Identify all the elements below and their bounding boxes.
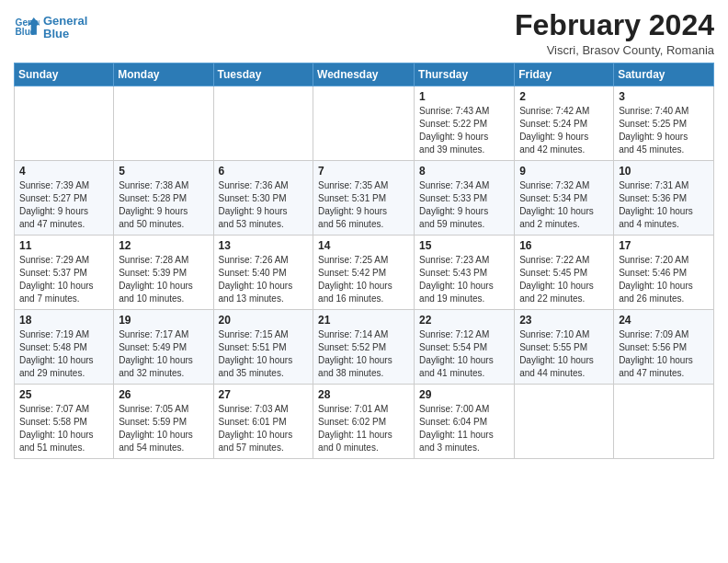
day-of-week-header: Monday	[114, 63, 213, 86]
day-info: Sunrise: 7:28 AM Sunset: 5:39 PM Dayligh…	[119, 254, 208, 305]
day-number: 20	[219, 314, 309, 327]
day-number: 2	[519, 90, 609, 103]
day-info: Sunrise: 7:25 AM Sunset: 5:42 PM Dayligh…	[318, 254, 409, 305]
day-info: Sunrise: 7:22 AM Sunset: 5:45 PM Dayligh…	[519, 254, 609, 305]
day-info: Sunrise: 7:14 AM Sunset: 5:52 PM Dayligh…	[318, 328, 409, 380]
day-number: 22	[419, 314, 509, 327]
day-number: 10	[619, 165, 709, 178]
day-number: 25	[19, 388, 108, 401]
day-info: Sunrise: 7:32 AM Sunset: 5:34 PM Dayligh…	[519, 179, 609, 231]
calendar-cell: 7Sunrise: 7:35 AM Sunset: 5:31 PM Daylig…	[313, 161, 415, 236]
calendar-cell	[114, 86, 213, 161]
calendar-cell: 9Sunrise: 7:32 AM Sunset: 5:34 PM Daylig…	[515, 161, 614, 236]
calendar-cell	[614, 385, 714, 459]
day-info: Sunrise: 7:34 AM Sunset: 5:33 PM Dayligh…	[419, 179, 509, 231]
day-of-week-header: Thursday	[415, 63, 515, 86]
day-number: 19	[119, 314, 208, 327]
day-info: Sunrise: 7:36 AM Sunset: 5:30 PM Dayligh…	[219, 179, 309, 231]
day-info: Sunrise: 7:07 AM Sunset: 5:58 PM Dayligh…	[19, 403, 108, 454]
day-info: Sunrise: 7:42 AM Sunset: 5:24 PM Dayligh…	[519, 105, 609, 156]
calendar-cell: 16Sunrise: 7:22 AM Sunset: 5:45 PM Dayli…	[515, 236, 614, 310]
title-section: February 2024 Viscri, Brasov County, Rom…	[515, 9, 714, 57]
day-number: 26	[119, 388, 208, 401]
calendar-cell: 5Sunrise: 7:38 AM Sunset: 5:28 PM Daylig…	[114, 161, 213, 236]
day-info: Sunrise: 7:35 AM Sunset: 5:31 PM Dayligh…	[318, 179, 409, 231]
day-number: 13	[219, 239, 309, 252]
calendar: SundayMondayTuesdayWednesdayThursdayFrid…	[14, 63, 714, 459]
day-number: 16	[519, 239, 609, 252]
day-info: Sunrise: 7:10 AM Sunset: 5:55 PM Dayligh…	[519, 328, 609, 380]
calendar-cell: 14Sunrise: 7:25 AM Sunset: 5:42 PM Dayli…	[313, 236, 415, 310]
day-number: 5	[119, 165, 208, 178]
day-number: 3	[619, 90, 709, 103]
day-info: Sunrise: 7:03 AM Sunset: 6:01 PM Dayligh…	[219, 403, 309, 454]
day-of-week-header: Friday	[515, 63, 614, 86]
calendar-cell	[213, 86, 313, 161]
day-info: Sunrise: 7:19 AM Sunset: 5:48 PM Dayligh…	[19, 328, 108, 380]
day-number: 14	[318, 239, 409, 252]
day-number: 21	[318, 314, 409, 327]
logo-icon: General Blue	[14, 15, 40, 40]
day-number: 17	[619, 239, 709, 252]
day-number: 18	[19, 314, 108, 327]
calendar-cell: 25Sunrise: 7:07 AM Sunset: 5:58 PM Dayli…	[15, 385, 114, 459]
calendar-cell: 20Sunrise: 7:15 AM Sunset: 5:51 PM Dayli…	[213, 310, 313, 385]
calendar-cell: 28Sunrise: 7:01 AM Sunset: 6:02 PM Dayli…	[313, 385, 415, 459]
day-info: Sunrise: 7:20 AM Sunset: 5:46 PM Dayligh…	[619, 254, 709, 305]
day-info: Sunrise: 7:23 AM Sunset: 5:43 PM Dayligh…	[419, 254, 509, 305]
calendar-cell: 13Sunrise: 7:26 AM Sunset: 5:40 PM Dayli…	[213, 236, 313, 310]
day-info: Sunrise: 7:38 AM Sunset: 5:28 PM Dayligh…	[119, 179, 208, 231]
day-number: 1	[419, 90, 509, 103]
day-info: Sunrise: 7:17 AM Sunset: 5:49 PM Dayligh…	[119, 328, 208, 380]
day-number: 6	[219, 165, 309, 178]
day-number: 15	[419, 239, 509, 252]
day-info: Sunrise: 7:39 AM Sunset: 5:27 PM Dayligh…	[19, 179, 108, 231]
day-number: 12	[119, 239, 208, 252]
day-info: Sunrise: 7:01 AM Sunset: 6:02 PM Dayligh…	[318, 403, 409, 454]
calendar-cell: 2Sunrise: 7:42 AM Sunset: 5:24 PM Daylig…	[515, 86, 614, 161]
day-number: 28	[318, 388, 409, 401]
calendar-cell: 18Sunrise: 7:19 AM Sunset: 5:48 PM Dayli…	[15, 310, 114, 385]
day-info: Sunrise: 7:05 AM Sunset: 5:59 PM Dayligh…	[119, 403, 208, 454]
calendar-cell: 17Sunrise: 7:20 AM Sunset: 5:46 PM Dayli…	[614, 236, 714, 310]
day-number: 29	[419, 388, 509, 401]
day-number: 11	[19, 239, 108, 252]
day-number: 4	[19, 165, 108, 178]
day-number: 23	[519, 314, 609, 327]
calendar-cell: 24Sunrise: 7:09 AM Sunset: 5:56 PM Dayli…	[614, 310, 714, 385]
calendar-cell: 23Sunrise: 7:10 AM Sunset: 5:55 PM Dayli…	[515, 310, 614, 385]
day-info: Sunrise: 7:40 AM Sunset: 5:25 PM Dayligh…	[619, 105, 709, 156]
calendar-cell: 29Sunrise: 7:00 AM Sunset: 6:04 PM Dayli…	[415, 385, 515, 459]
header: General Blue General Blue February 2024 …	[14, 9, 714, 57]
logo: General Blue General Blue	[14, 15, 87, 41]
day-number: 9	[519, 165, 609, 178]
calendar-cell: 19Sunrise: 7:17 AM Sunset: 5:49 PM Dayli…	[114, 310, 213, 385]
day-of-week-header: Sunday	[15, 63, 114, 86]
day-number: 7	[318, 165, 409, 178]
day-info: Sunrise: 7:09 AM Sunset: 5:56 PM Dayligh…	[619, 328, 709, 380]
day-of-week-header: Tuesday	[213, 63, 313, 86]
calendar-cell: 10Sunrise: 7:31 AM Sunset: 5:36 PM Dayli…	[614, 161, 714, 236]
day-of-week-header: Saturday	[614, 63, 714, 86]
day-number: 8	[419, 165, 509, 178]
location: Viscri, Brasov County, Romania	[515, 43, 714, 57]
month-year: February 2024	[515, 9, 714, 41]
calendar-cell: 4Sunrise: 7:39 AM Sunset: 5:27 PM Daylig…	[15, 161, 114, 236]
day-number: 24	[619, 314, 709, 327]
calendar-cell: 11Sunrise: 7:29 AM Sunset: 5:37 PM Dayli…	[15, 236, 114, 310]
calendar-cell	[515, 385, 614, 459]
calendar-cell	[15, 86, 114, 161]
calendar-cell: 8Sunrise: 7:34 AM Sunset: 5:33 PM Daylig…	[415, 161, 515, 236]
day-info: Sunrise: 7:43 AM Sunset: 5:22 PM Dayligh…	[419, 105, 509, 156]
calendar-cell: 26Sunrise: 7:05 AM Sunset: 5:59 PM Dayli…	[114, 385, 213, 459]
calendar-cell	[313, 86, 415, 161]
day-info: Sunrise: 7:31 AM Sunset: 5:36 PM Dayligh…	[619, 179, 709, 231]
day-info: Sunrise: 7:26 AM Sunset: 5:40 PM Dayligh…	[219, 254, 309, 305]
calendar-cell: 22Sunrise: 7:12 AM Sunset: 5:54 PM Dayli…	[415, 310, 515, 385]
logo-text-line2: Blue	[43, 28, 87, 40]
day-info: Sunrise: 7:00 AM Sunset: 6:04 PM Dayligh…	[419, 403, 509, 454]
calendar-cell: 15Sunrise: 7:23 AM Sunset: 5:43 PM Dayli…	[415, 236, 515, 310]
calendar-cell: 3Sunrise: 7:40 AM Sunset: 5:25 PM Daylig…	[614, 86, 714, 161]
day-info: Sunrise: 7:29 AM Sunset: 5:37 PM Dayligh…	[19, 254, 108, 305]
day-number: 27	[219, 388, 309, 401]
